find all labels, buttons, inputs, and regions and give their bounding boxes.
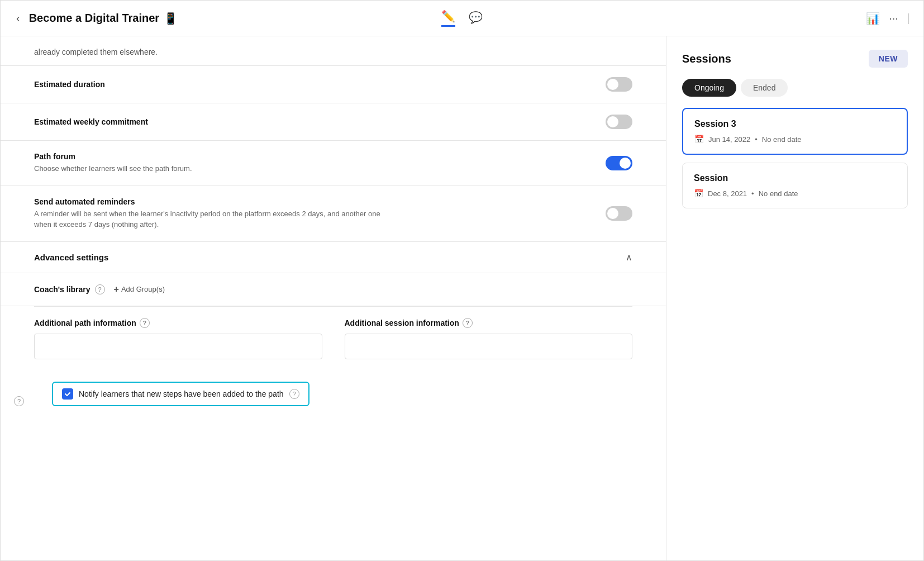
header-right: 📊 ··· | (611, 12, 910, 25)
session-tab-switcher: Ongoing Ended (682, 79, 908, 97)
estimated-duration-toggle[interactable] (606, 77, 632, 92)
estimated-duration-content: Estimated duration (34, 80, 606, 89)
additional-session-label: Additional session information (345, 318, 459, 327)
more-button[interactable]: ··· (889, 12, 898, 25)
weekly-commitment-toggle[interactable] (606, 115, 632, 129)
session-2-no-end: No end date (759, 189, 798, 198)
session-3-no-end: No end date (762, 135, 802, 144)
chevron-up-icon: ∧ (626, 252, 632, 263)
session-2-separator: • (751, 189, 754, 198)
weekly-commitment-slider (606, 115, 632, 129)
path-forum-slider (606, 156, 632, 170)
automated-reminders-desc: A reminder will be sent when the learner… (34, 208, 380, 230)
sessions-header: Sessions NEW (682, 50, 908, 68)
coaches-library-help-icon[interactable]: ? (95, 284, 105, 294)
path-forum-content: Path forum Choose whether learners will … (34, 152, 606, 174)
pencil-icon: ✏️ (441, 9, 455, 23)
title-text: Become a Digital Trainer (29, 12, 159, 25)
additional-info-row: Additional path information ? Additional… (1, 307, 666, 370)
session-2-date: 📅 Dec 8, 2021 • No end date (694, 189, 896, 198)
automated-reminders-label: Send automated reminders (34, 197, 606, 206)
advanced-settings-header[interactable]: Advanced settings ∧ (1, 242, 666, 273)
automated-reminders-toggle[interactable] (606, 206, 632, 221)
back-button[interactable]: ‹ (14, 9, 22, 27)
notify-box-wrapper: Notify learners that new steps have been… (52, 382, 309, 406)
tab-edit[interactable]: ✏️ (441, 9, 455, 27)
notify-checkbox[interactable] (62, 388, 73, 400)
divider: | (907, 12, 910, 25)
additional-session-input[interactable] (345, 334, 633, 359)
estimated-duration-row: Estimated duration (1, 66, 666, 103)
path-forum-toggle[interactable] (606, 156, 632, 170)
main-layout: already completed them elsewhere. Estima… (1, 36, 923, 560)
chat-icon: 💬 (469, 11, 483, 24)
title-emoji: 📱 (164, 12, 178, 25)
estimated-duration-slider (606, 77, 632, 92)
automated-reminders-slider (606, 206, 632, 221)
notify-box: Notify learners that new steps have been… (52, 382, 309, 406)
notify-help-icon[interactable]: ? (289, 389, 299, 399)
path-forum-desc: Choose whether learners will see the pat… (34, 163, 380, 174)
ellipsis-icon: ··· (889, 12, 898, 24)
weekly-commitment-label: Estimated weekly commitment (34, 117, 606, 126)
plus-icon: + (114, 284, 119, 294)
chart-button[interactable]: 📊 (866, 12, 880, 25)
additional-session-help-icon[interactable]: ? (463, 318, 473, 328)
checkmark-icon (64, 391, 71, 397)
add-group-label: Add Group(s) (121, 285, 165, 293)
session-3-date-text: Jun 14, 2022 (708, 135, 750, 144)
right-panel: Sessions NEW Ongoing Ended Session 3 📅 J… (666, 36, 923, 560)
app-container: ‹ Become a Digital Trainer 📱 ✏️ 💬 📊 ··· … (0, 0, 924, 561)
additional-session-label-container: Additional session information ? (345, 318, 633, 328)
session-3-date: 📅 Jun 14, 2022 • No end date (694, 135, 896, 144)
coaches-library-row: Coach's library ? + Add Group(s) (1, 273, 666, 306)
weekly-commitment-row: Estimated weekly commitment (1, 103, 666, 141)
session-card-2[interactable]: Session 📅 Dec 8, 2021 • No end date (682, 163, 908, 208)
automated-reminders-content: Send automated reminders A reminder will… (34, 197, 606, 230)
left-panel: already completed them elsewhere. Estima… (1, 36, 666, 560)
sessions-title: Sessions (682, 53, 731, 65)
tab-ended[interactable]: Ended (741, 79, 788, 97)
notify-row: ? Notify learners that new steps have be… (1, 370, 666, 422)
header-left: ‹ Become a Digital Trainer 📱 (14, 9, 313, 27)
panel-top-text: already completed them elsewhere. (1, 36, 666, 66)
add-group-button[interactable]: + Add Group(s) (114, 284, 165, 294)
advanced-settings-label: Advanced settings (34, 253, 108, 262)
calendar-icon-1: 📅 (694, 135, 704, 144)
chart-icon: 📊 (866, 12, 880, 25)
automated-reminders-row: Send automated reminders A reminder will… (1, 186, 666, 242)
tab-chat[interactable]: 💬 (469, 11, 483, 26)
header-tabs: ✏️ 💬 (313, 9, 612, 27)
additional-path-label-container: Additional path information ? (34, 318, 322, 328)
path-forum-row: Path forum Choose whether learners will … (1, 141, 666, 186)
notify-label: Notify learners that new steps have been… (79, 389, 284, 398)
coaches-library-label: Coach's library (34, 285, 91, 294)
page-title: Become a Digital Trainer 📱 (29, 12, 178, 25)
additional-session-col: Additional session information ? (345, 318, 633, 359)
calendar-icon-2: 📅 (694, 189, 703, 198)
additional-path-col: Additional path information ? (34, 318, 322, 359)
additional-path-help-icon[interactable]: ? (140, 318, 150, 328)
header: ‹ Become a Digital Trainer 📱 ✏️ 💬 📊 ··· … (1, 1, 923, 36)
estimated-duration-label: Estimated duration (34, 80, 606, 89)
session-2-date-text: Dec 8, 2021 (708, 189, 747, 198)
session-card-3[interactable]: Session 3 📅 Jun 14, 2022 • No end date (682, 108, 908, 155)
additional-path-label: Additional path information (34, 318, 136, 327)
session-3-title: Session 3 (694, 119, 896, 129)
session-2-title: Session (694, 173, 896, 183)
weekly-commitment-content: Estimated weekly commitment (34, 117, 606, 126)
session-3-separator: • (755, 135, 758, 144)
bottom-help-icon[interactable]: ? (14, 396, 24, 406)
path-forum-label: Path forum (34, 152, 606, 161)
additional-path-input[interactable] (34, 334, 322, 359)
new-session-button[interactable]: NEW (869, 50, 908, 68)
tab-ongoing[interactable]: Ongoing (682, 79, 736, 97)
